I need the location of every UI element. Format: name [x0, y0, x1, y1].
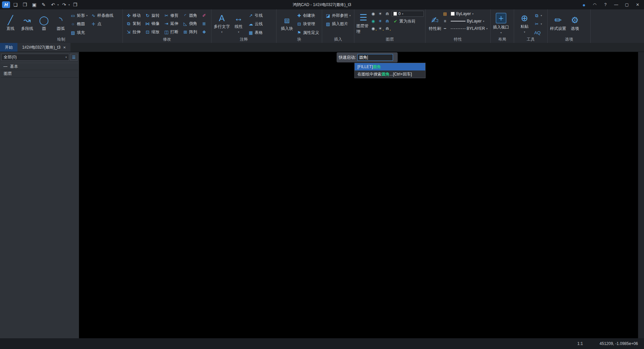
ribbon-button-imagebtn[interactable]: ▧插入图片 — [324, 20, 352, 28]
sun-icon[interactable]: ☀ — [378, 19, 383, 23]
tab-start[interactable]: 开始 — [0, 43, 17, 52]
ribbon-button-mtext[interactable]: A多行文字▾ — [213, 10, 230, 37]
ribbon-button-copy[interactable]: ⧉复制 — [125, 20, 144, 28]
ribbon-button-leader[interactable]: ↗引线 — [247, 11, 264, 20]
result-fillet-command[interactable]: [FILLET] 圆角 — [355, 63, 425, 70]
set-current-button[interactable]: ✔置为当前 — [392, 18, 417, 24]
spline-button[interactable]: ∿样条曲线 — [90, 11, 115, 20]
sun-icon[interactable]: ☀ — [378, 11, 383, 16]
save-as-button[interactable]: ✎ — [40, 1, 48, 8]
ribbon-button-label: 拉伸 — [133, 29, 141, 35]
ribbon-button-createblock[interactable]: ✚创建块 — [295, 11, 320, 20]
point-button[interactable]: ✛点 — [90, 20, 115, 28]
section-basic[interactable]: — 基本 — [1, 63, 78, 70]
open-file-button[interactable]: ❒ — [21, 1, 29, 8]
close-button[interactable]: ✕ — [633, 1, 643, 9]
selection-filter-combo[interactable]: 全部(0) ▾ — [1, 54, 69, 61]
help-button[interactable]: ? — [600, 1, 610, 9]
ribbon-button-label: 块管理 — [303, 21, 315, 27]
rectangle-button[interactable]: ▭矩形▾ — [69, 11, 89, 20]
move-icon: ✜ — [126, 13, 131, 18]
lock-icon[interactable]: ⋒ — [385, 19, 390, 23]
support-button[interactable]: ◠ — [590, 1, 600, 9]
circle-button[interactable]: ◯圆 — [36, 10, 52, 37]
ellipse-button[interactable]: ○椭圆 — [69, 20, 89, 28]
ribbon-button-mirror[interactable]: ⋈镜像 — [144, 20, 162, 28]
blockmanager-icon: ⊟ — [297, 21, 302, 27]
polyline-button[interactable]: ↝多段线 — [19, 10, 36, 37]
lock-icon[interactable]: ⋒ — [385, 11, 390, 16]
ribbon-button-scalebtn[interactable]: ⊡缩放 — [144, 28, 162, 36]
arc-button[interactable]: ◝圆弧 — [52, 10, 69, 37]
ribbon-group-body: A多行文字▾↔线性▾↗引线☁云线▦表格 — [213, 10, 275, 37]
ribbon-button-insertblock[interactable]: ⧈插入块 — [279, 10, 295, 37]
eye-icon[interactable]: ◉ — [370, 11, 376, 16]
user-avatar[interactable]: ● — [579, 1, 589, 9]
linetype-combo: ╍BYLAYER▾ — [442, 25, 489, 32]
ribbon-button-revcloud[interactable]: ☁云线 — [247, 20, 264, 28]
print-button[interactable]: ❐ — [71, 1, 79, 8]
explode-button[interactable]: ❖ — [200, 28, 210, 36]
ribbon-button-gear[interactable]: ⚙选项 — [566, 10, 583, 37]
ribbon-button-paste[interactable]: ⊕粘贴▾ — [516, 10, 533, 37]
drawing-canvas[interactable] — [79, 52, 644, 338]
ribbon-button-attrdef[interactable]: ⚑属性定义 — [295, 29, 320, 37]
match-properties-button[interactable]: ✍特性刷 — [428, 10, 442, 37]
offset-button[interactable]: ≣ — [200, 20, 210, 28]
layer-color-swatch — [393, 12, 397, 16]
save-button[interactable]: ▣ — [30, 1, 38, 8]
sun-icon[interactable]: ☀▪ — [378, 26, 383, 31]
ribbon-button-viewport[interactable]: +插入视口▾ — [493, 10, 509, 37]
eye-icon[interactable]: ◉▪ — [370, 26, 376, 31]
ribbon-button-breakbtn[interactable]: ◫打断 — [162, 28, 181, 36]
new-file-button[interactable]: ❏ — [11, 1, 19, 8]
chevron-down-icon: ▾ — [541, 14, 542, 17]
layer-combo[interactable]: 0▾ — [392, 11, 424, 17]
close-icon[interactable]: ✕ — [63, 46, 66, 49]
ribbon-button-xref[interactable]: ◪外部参照▾ — [324, 11, 352, 20]
result-search-in-drawing[interactable]: 在图纸中搜索 圆角 ...[Ctrl+回车] — [355, 70, 425, 78]
ribbon-button-extend[interactable]: ⇥延伸 — [162, 20, 181, 28]
minimize-button[interactable]: — — [611, 1, 621, 9]
color-combo: ▤ByLayer▾ — [442, 10, 489, 17]
color-combo[interactable]: ByLayer▾ — [449, 11, 489, 17]
ribbon-button-label: 多段线 — [21, 26, 33, 32]
chevron-down-icon[interactable]: ▾ — [57, 3, 59, 6]
ribbon-button-label: 填充 — [77, 30, 85, 36]
ribbon-button-chamfer[interactable]: ◺倒角 — [182, 20, 200, 28]
ribbon-button-label: 圆弧 — [57, 26, 65, 32]
chevron-down-icon[interactable]: ▾ — [68, 3, 70, 6]
ribbon-button-dimlinear[interactable]: ↔线性▾ — [230, 10, 247, 37]
ribbon-button-move[interactable]: ✜移动 — [125, 11, 144, 20]
line-button[interactable]: ╱直线 — [2, 10, 19, 37]
ribbon-button-blockmanager[interactable]: ⊟块管理 — [295, 20, 320, 28]
maximize-button[interactable]: ▢ — [622, 1, 632, 9]
lock-icon[interactable]: ⋒▪ — [385, 26, 390, 31]
find-button[interactable]: AQ — [533, 29, 543, 37]
hatch-button[interactable]: ▨填充 — [69, 29, 89, 37]
ribbon-button-trim[interactable]: ✂修剪 — [162, 11, 181, 20]
ribbon-button-array[interactable]: ⊞阵列 — [182, 28, 200, 36]
ribbon-button-fillet[interactable]: ◜圆角 — [182, 11, 200, 20]
honghu-logo[interactable]: H — [2, 1, 10, 8]
cut-clip-button[interactable]: ✂▾ — [533, 20, 543, 28]
linetype-combo[interactable]: BYLAYER▾ — [449, 26, 489, 32]
ribbon-button-stretch[interactable]: ⇲拉伸 — [125, 28, 144, 36]
layer-manager-button[interactable]: ☰图层管理 — [356, 10, 370, 37]
canvas-scrollbar[interactable] — [638, 52, 644, 338]
eye-icon[interactable]: ◉ — [370, 19, 376, 23]
layer-row-3: ◉▪☀▪⋒▪ — [370, 25, 424, 32]
ribbon-button-wand[interactable]: ✏样式设置 — [550, 10, 566, 37]
undo-button[interactable]: ↶ — [49, 1, 57, 8]
ribbon-button-rotate[interactable]: ↻旋转 — [144, 11, 162, 20]
redo-button[interactable]: ↷ — [60, 1, 68, 8]
ribbon-button-label: 镜像 — [151, 21, 159, 27]
quick-launch-input[interactable]: 圆角 — [357, 54, 393, 61]
ribbon-button-tablebtn[interactable]: ▦表格 — [247, 29, 264, 37]
property-list-button[interactable]: ☰ — [70, 54, 78, 61]
find-icon: AQ — [534, 30, 539, 35]
copy-clip-button[interactable]: ⧉▾ — [533, 11, 543, 20]
erase-button[interactable]: ✐ — [200, 11, 210, 20]
lineweight-combo[interactable]: ByLayer▾ — [449, 18, 489, 24]
tab-document[interactable]: 1#2#电0327(最终)_t3 ✕ — [17, 43, 70, 52]
